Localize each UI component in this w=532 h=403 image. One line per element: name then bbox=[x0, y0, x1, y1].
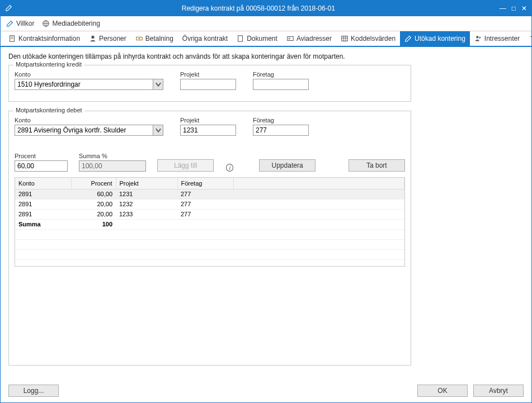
debet-konto-input[interactable] bbox=[15, 125, 153, 136]
tab-utokad-kontering[interactable]: Utökad kontering bbox=[400, 31, 470, 46]
summa-label: Summa % bbox=[79, 153, 146, 159]
procent-input[interactable] bbox=[15, 160, 68, 172]
col-foretag[interactable]: Företag bbox=[177, 178, 233, 189]
debet-foretag-label: Företag bbox=[253, 117, 309, 124]
tab-label: Kontraktsinformation bbox=[18, 35, 80, 42]
tab-label: Koddelsvärden bbox=[351, 35, 396, 42]
debet-legend: Motpartskontering debet bbox=[13, 107, 84, 113]
table-row[interactable]: 2891 20,00 1232 277 bbox=[15, 199, 404, 209]
kredit-foretag-input[interactable] bbox=[253, 79, 309, 90]
cell-procent: 20,00 bbox=[71, 209, 116, 219]
globe-icon bbox=[42, 20, 50, 27]
cell-procent: 60,00 bbox=[71, 189, 116, 199]
kredit-legend: Motpartskontering kredit bbox=[13, 61, 84, 68]
summa-input bbox=[79, 160, 146, 172]
svg-point-4 bbox=[138, 38, 140, 40]
table-row[interactable]: 2891 60,00 1231 277 bbox=[15, 189, 404, 199]
tab-aviadresser[interactable]: Aviadresser bbox=[282, 31, 336, 46]
person-icon bbox=[89, 35, 97, 42]
chevron-down-icon bbox=[154, 126, 162, 134]
cell-projekt: 1231 bbox=[116, 189, 177, 199]
debet-foretag-input[interactable] bbox=[253, 125, 309, 136]
grid-icon bbox=[341, 35, 349, 42]
tab-ovriga-kontrakt[interactable]: Övriga kontrakt bbox=[178, 31, 232, 46]
add-button: Lägg till bbox=[157, 159, 214, 172]
cancel-button[interactable]: Avbryt bbox=[473, 385, 524, 397]
edit-icon bbox=[5, 4, 14, 13]
debet-projekt-input[interactable] bbox=[180, 125, 236, 136]
villkor-button[interactable]: Villkor bbox=[6, 20, 34, 27]
cell-foretag: 277 bbox=[177, 209, 233, 219]
svg-rect-6 bbox=[288, 37, 294, 41]
cell-projekt: 1233 bbox=[116, 209, 177, 219]
cell-procent: 20,00 bbox=[71, 199, 116, 209]
content-area: Den utökade konteringen tillämpas på inh… bbox=[1, 47, 531, 379]
tab-beskrivningar[interactable]: Beskrivningar bbox=[524, 31, 532, 46]
tab-label: Övriga kontrakt bbox=[182, 35, 228, 42]
tab-dokument[interactable]: Dokument bbox=[232, 31, 282, 46]
description-text: Den utökade konteringen tillämpas på inh… bbox=[8, 51, 524, 65]
tab-label: Betalning bbox=[145, 35, 173, 42]
close-button[interactable]: ✕ bbox=[521, 4, 527, 12]
col-projekt[interactable]: Projekt bbox=[116, 178, 177, 189]
tab-intressenter[interactable]: Intressenter bbox=[470, 31, 524, 46]
tab-label: Aviadresser bbox=[296, 35, 332, 42]
tab-label: Dokument bbox=[247, 35, 277, 42]
cell-foretag: 277 bbox=[177, 199, 233, 209]
chevron-down-icon bbox=[154, 80, 162, 88]
tab-label: Personer bbox=[99, 35, 126, 42]
window-buttons: — □ ✕ bbox=[500, 4, 527, 12]
allocation-table-wrap: Konto Procent Projekt Företag 2891 60,00… bbox=[15, 177, 405, 267]
cell-konto: 2891 bbox=[15, 199, 71, 209]
titlebar: Redigera kontrakt på 00058-00012 från 20… bbox=[1, 1, 531, 16]
mediadebitering-label: Mediadebitering bbox=[52, 20, 100, 27]
debet-fieldset: Motpartskontering debet Konto Projekt Fö… bbox=[8, 111, 411, 366]
col-konto[interactable]: Konto bbox=[15, 178, 71, 189]
people-icon bbox=[474, 35, 482, 42]
tab-personer[interactable]: Personer bbox=[84, 31, 131, 46]
table-sum-row: Summa 100 bbox=[15, 219, 404, 229]
dropdown-toggle[interactable] bbox=[153, 125, 163, 136]
top-toolbar: Villkor Mediadebitering bbox=[1, 16, 531, 31]
allocation-table: Konto Procent Projekt Företag 2891 60,00… bbox=[15, 178, 404, 260]
col-blank bbox=[233, 178, 404, 189]
main-window: Redigera kontrakt på 00058-00012 från 20… bbox=[0, 0, 532, 403]
ok-button[interactable]: OK bbox=[417, 385, 468, 397]
remove-button[interactable]: Ta bort bbox=[349, 159, 405, 172]
cell-foretag: 277 bbox=[177, 189, 233, 199]
tab-koddelsvarden[interactable]: Koddelsvärden bbox=[336, 31, 400, 46]
table-row[interactable]: 2891 20,00 1233 277 bbox=[15, 209, 404, 219]
svg-point-9 bbox=[479, 37, 481, 39]
villkor-label: Villkor bbox=[16, 20, 34, 27]
svg-rect-7 bbox=[342, 36, 348, 41]
svg-rect-5 bbox=[238, 36, 243, 42]
info-icon[interactable]: i bbox=[226, 164, 233, 172]
debet-konto-label: Konto bbox=[15, 117, 163, 124]
text-icon bbox=[529, 35, 532, 42]
debet-projekt-label: Projekt bbox=[180, 117, 236, 124]
tab-label: Intressenter bbox=[484, 35, 520, 42]
kredit-konto-input[interactable] bbox=[15, 79, 153, 90]
minimize-button[interactable]: — bbox=[500, 4, 506, 12]
svg-point-2 bbox=[91, 36, 94, 39]
procent-label: Procent bbox=[15, 153, 68, 159]
svg-point-8 bbox=[476, 36, 478, 38]
money-icon bbox=[135, 35, 143, 42]
dropdown-toggle[interactable] bbox=[153, 79, 163, 90]
kredit-projekt-input[interactable] bbox=[180, 79, 236, 90]
address-icon bbox=[286, 35, 294, 42]
maximize-button[interactable]: □ bbox=[512, 4, 516, 12]
cell-sum-label: Summa bbox=[15, 219, 71, 229]
log-button[interactable]: Logg... bbox=[8, 385, 59, 397]
tab-betalning[interactable]: Betalning bbox=[131, 31, 178, 46]
update-button[interactable]: Uppdatera bbox=[259, 159, 316, 172]
edit-icon bbox=[404, 35, 412, 42]
kredit-konto-label: Konto bbox=[15, 71, 163, 78]
cell-sum-value: 100 bbox=[71, 219, 116, 229]
tab-kontraktsinformation[interactable]: Kontraktsinformation bbox=[4, 31, 84, 46]
col-procent[interactable]: Procent bbox=[71, 178, 116, 189]
document-icon bbox=[237, 35, 244, 42]
window-title: Redigera kontrakt på 00058-00012 från 20… bbox=[17, 4, 500, 12]
tab-label: Utökad kontering bbox=[415, 35, 465, 42]
mediadebitering-button[interactable]: Mediadebitering bbox=[42, 20, 100, 27]
